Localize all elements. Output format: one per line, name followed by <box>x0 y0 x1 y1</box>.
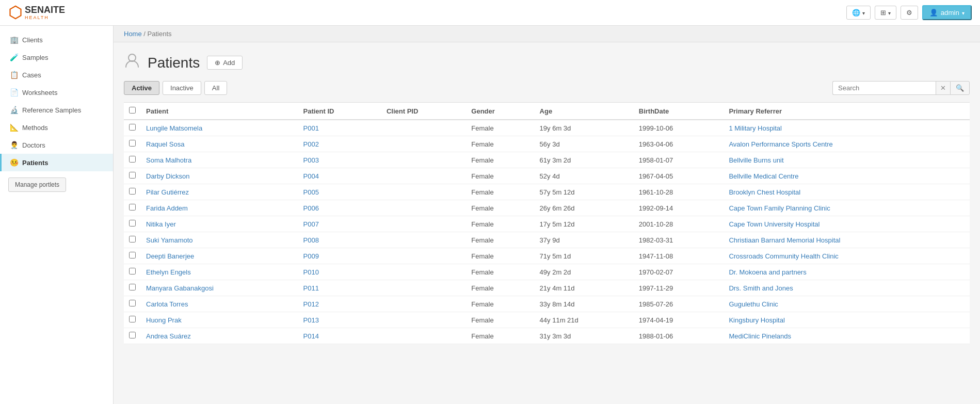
patient-id-link[interactable]: P012 <box>303 300 319 308</box>
admin-label: admin <box>941 9 959 17</box>
referrer-link[interactable]: Drs. Smith and Jones <box>729 284 793 292</box>
row-patient-id: P005 <box>298 184 381 200</box>
row-age: 31y 3m 3d <box>535 328 634 344</box>
sidebar-item-patients[interactable]: Patients <box>0 154 113 171</box>
add-btn[interactable]: ⊕ Add <box>207 56 243 70</box>
row-checkbox[interactable] <box>129 236 136 243</box>
row-checkbox[interactable] <box>129 124 136 131</box>
table-row: Huong Prak P013 Female 44y 11m 21d 1974-… <box>124 312 970 328</box>
patient-name-link[interactable]: Deepti Banerjee <box>146 252 194 260</box>
search-go-btn[interactable]: 🔍 <box>950 81 970 95</box>
search-input[interactable] <box>832 81 936 95</box>
row-checkbox[interactable] <box>129 220 136 227</box>
patient-name-link[interactable]: Manyara Gabanakgosi <box>146 284 214 292</box>
table-row: Raquel Sosa P002 Female 56y 3d 1963-04-0… <box>124 136 970 152</box>
patient-name-link[interactable]: Suki Yamamoto <box>146 236 193 244</box>
row-checkbox[interactable] <box>129 156 136 163</box>
sidebar-item-worksheets[interactable]: Worksheets <box>0 84 113 101</box>
sidebar-item-samples[interactable]: Samples <box>0 49 113 66</box>
patient-name-link[interactable]: Huong Prak <box>146 316 182 324</box>
row-checkbox[interactable] <box>129 268 136 274</box>
row-patient-id: P007 <box>298 216 381 232</box>
patient-id-link[interactable]: P010 <box>303 268 319 276</box>
row-checkbox-cell <box>124 200 141 216</box>
row-age: 61y 3m 2d <box>535 152 634 168</box>
patient-id-link[interactable]: P003 <box>303 156 319 164</box>
referrer-link[interactable]: Bellville Medical Centre <box>729 172 798 180</box>
referrer-link[interactable]: MediClinic Pinelands <box>729 332 791 340</box>
sidebar-item-reference-samples[interactable]: Reference Samples <box>0 101 113 119</box>
patient-id-link[interactable]: P006 <box>303 204 319 212</box>
referrer-link[interactable]: Crossroads Community Health Clinic <box>729 252 838 260</box>
patient-name-link[interactable]: Carlota Torres <box>146 300 188 308</box>
referrer-link[interactable]: Cape Town University Hospital <box>729 220 820 228</box>
row-checkbox[interactable] <box>129 332 136 338</box>
breadcrumb-home[interactable]: Home <box>124 30 142 38</box>
row-checkbox-cell <box>124 280 141 296</box>
patient-name-link[interactable]: Andrea Suárez <box>146 332 191 340</box>
grid-btn[interactable]: ⊞ <box>875 6 896 20</box>
row-checkbox[interactable] <box>129 172 136 179</box>
row-checkbox[interactable] <box>129 140 136 147</box>
patient-name-link[interactable]: Farida Addem <box>146 204 188 212</box>
row-checkbox[interactable] <box>129 252 136 258</box>
globe-btn[interactable]: 🌐 <box>846 6 871 20</box>
patient-name-link[interactable]: Darby Dickson <box>146 172 190 180</box>
referrer-link[interactable]: Bellville Burns unit <box>729 156 783 164</box>
search-clear-btn[interactable]: ✕ <box>936 81 950 95</box>
patient-name-link[interactable]: Nitika Iyer <box>146 220 176 228</box>
patient-name-link[interactable]: Soma Malhotra <box>146 156 191 164</box>
patient-id-link[interactable]: P014 <box>303 332 319 340</box>
referrer-link[interactable]: Avalon Performance Sports Centre <box>729 140 832 148</box>
topnav: SENAITE HEALTH 🌐 ⊞ ⚙ 👤 admin <box>0 0 980 26</box>
row-age: 33y 8m 14d <box>535 296 634 312</box>
row-referrer: Crossroads Community Health Clinic <box>724 248 970 264</box>
row-client-pid <box>381 136 466 152</box>
sidebar-item-clients[interactable]: Clients <box>0 31 113 49</box>
patient-id-link[interactable]: P005 <box>303 188 319 196</box>
row-birthdate: 1963-04-06 <box>634 136 724 152</box>
row-checkbox[interactable] <box>129 204 136 211</box>
referrer-link[interactable]: Brooklyn Chest Hospital <box>729 188 800 196</box>
manage-portlets-btn[interactable]: Manage portlets <box>8 177 66 192</box>
logo-title: SENAITE <box>25 5 65 15</box>
row-checkbox[interactable] <box>129 188 136 195</box>
row-birthdate: 1992-09-14 <box>634 200 724 216</box>
row-checkbox[interactable] <box>129 316 136 322</box>
referrer-link[interactable]: Kingsbury Hospital <box>729 316 784 324</box>
sidebar-item-cases[interactable]: Cases <box>0 66 113 84</box>
patient-id-link[interactable]: P001 <box>303 124 319 132</box>
row-referrer: Kingsbury Hospital <box>724 312 970 328</box>
patient-id-link[interactable]: P009 <box>303 252 319 260</box>
sidebar-item-doctors[interactable]: Doctors <box>0 136 113 154</box>
patient-id-link[interactable]: P008 <box>303 236 319 244</box>
referrer-link[interactable]: Cape Town Family Planning Clinic <box>729 204 830 212</box>
select-all-checkbox[interactable] <box>129 107 136 114</box>
doctors-icon <box>10 141 18 149</box>
patient-name-link[interactable]: Pilar Gutiérrez <box>146 188 189 196</box>
referrer-link[interactable]: Dr. Mokoena and partners <box>729 268 806 276</box>
patient-name-link[interactable]: Raquel Sosa <box>146 140 184 148</box>
row-checkbox-cell <box>124 168 141 184</box>
patient-name-link[interactable]: Lungile Matsomela <box>146 124 202 132</box>
filter-inactive-btn[interactable]: Inactive <box>163 81 201 95</box>
patient-id-link[interactable]: P011 <box>303 284 319 292</box>
admin-btn[interactable]: 👤 admin <box>922 5 972 20</box>
patient-id-link[interactable]: P013 <box>303 316 319 324</box>
row-gender: Female <box>466 264 534 280</box>
patient-id-link[interactable]: P007 <box>303 220 319 228</box>
sidebar-label-refsamples: Reference Samples <box>22 106 81 114</box>
filter-active-btn[interactable]: Active <box>124 81 159 95</box>
patient-id-link[interactable]: P002 <box>303 140 319 148</box>
row-checkbox[interactable] <box>129 300 136 306</box>
add-btn-label: Add <box>223 59 235 67</box>
patient-id-link[interactable]: P004 <box>303 172 319 180</box>
filter-all-btn[interactable]: All <box>204 81 227 95</box>
settings-btn[interactable]: ⚙ <box>901 6 918 20</box>
referrer-link[interactable]: Christiaan Barnard Memorial Hospital <box>729 236 840 244</box>
patient-name-link[interactable]: Ethelyn Engels <box>146 268 191 276</box>
row-checkbox[interactable] <box>129 284 136 290</box>
sidebar-item-methods[interactable]: Methods <box>0 119 113 136</box>
referrer-link[interactable]: Gugulethu Clinic <box>729 300 778 308</box>
referrer-link[interactable]: 1 Military Hospital <box>729 124 782 132</box>
